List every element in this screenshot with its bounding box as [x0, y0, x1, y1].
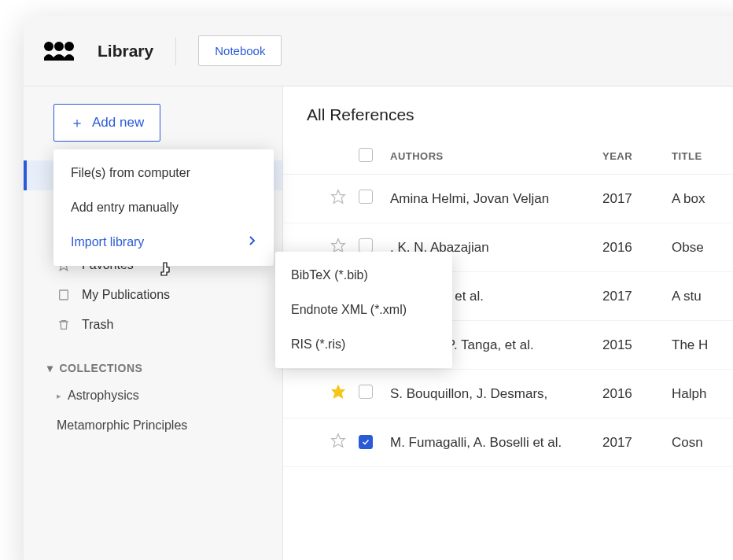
table-row[interactable]: S. Bouquillon, J. Desmars,2016Halph [283, 370, 733, 418]
app-logo-icon [42, 40, 76, 62]
library-title: Library [98, 42, 153, 61]
cell-title: Cosn [672, 435, 733, 451]
submenu-ris[interactable]: RIS (*.ris) [275, 327, 452, 362]
sidebar-item-label: My Publications [82, 288, 170, 302]
cell-year: 2016 [602, 240, 672, 256]
chevron-right-icon [249, 235, 256, 249]
collection-astrophysics[interactable]: ▸ Astrophysics [24, 381, 282, 411]
svg-marker-10 [332, 434, 345, 448]
submenu-endnote-xml[interactable]: Endnote XML (*.xml) [275, 293, 452, 327]
svg-marker-5 [332, 190, 345, 204]
svg-marker-9 [332, 385, 345, 399]
svg-point-2 [64, 42, 74, 51]
sidebar-item-label: Trash [82, 318, 113, 332]
cell-authors: S. Bouquillon, J. Desmars, [390, 386, 602, 402]
row-checkbox[interactable] [359, 385, 373, 399]
row-checkbox[interactable] [359, 190, 373, 204]
select-all-checkbox[interactable] [359, 148, 373, 162]
cell-title: A stu [672, 289, 733, 304]
cell-title: The H [672, 337, 733, 353]
cell-year: 2017 [602, 191, 672, 207]
row-checkbox[interactable] [359, 435, 373, 449]
cursor-pointer-icon [159, 261, 175, 280]
favorite-star-icon[interactable] [330, 433, 346, 448]
svg-rect-4 [60, 290, 68, 300]
favorite-star-icon[interactable] [330, 384, 346, 400]
col-authors[interactable]: AUTHORS [390, 150, 602, 162]
table-row[interactable]: Amina Helmi, Jovan Veljan2017A box [283, 175, 733, 223]
divider [175, 37, 176, 65]
sidebar-item-trash[interactable]: Trash [24, 310, 282, 340]
cell-authors: M. Fumagalli, A. Boselli et al. [390, 435, 602, 451]
table-row[interactable]: M. Fumagalli, A. Boselli et al.2017Cosn [283, 418, 733, 467]
row-checkbox[interactable] [359, 238, 373, 252]
cell-authors: Amina Helmi, Jovan Veljan [390, 191, 602, 207]
collections-header: ▾ COLLECTIONS [24, 340, 282, 381]
svg-point-0 [44, 42, 53, 51]
submenu-bibtex[interactable]: BibTeX (*.bib) [275, 258, 452, 293]
plus-icon: ＋ [70, 113, 84, 132]
dropdown-add-entry-manually[interactable]: Add entry manually [53, 190, 274, 225]
sidebar: ＋ Add new All References Recently Added … [24, 87, 283, 560]
chevron-right-icon: ▸ [57, 391, 61, 401]
table-header: AUTHORS YEAR TITLE [283, 138, 733, 175]
svg-marker-6 [332, 239, 345, 252]
favorite-star-icon[interactable] [330, 189, 346, 204]
dropdown-files-from-computer[interactable]: File(s) from computer [53, 156, 274, 190]
cell-title: Obse [672, 240, 733, 256]
cell-title: A box [672, 191, 733, 207]
cell-title: Halph [672, 386, 733, 402]
cell-year: 2015 [602, 337, 672, 353]
add-new-dropdown: File(s) from computer Add entry manually… [53, 149, 274, 266]
add-new-button[interactable]: ＋ Add new [53, 104, 160, 142]
cell-year: 2017 [602, 289, 672, 304]
import-library-submenu: BibTeX (*.bib) Endnote XML (*.xml) RIS (… [275, 252, 452, 368]
trash-icon [57, 318, 71, 332]
topbar: Library Notebook [24, 16, 733, 87]
favorite-star-icon[interactable] [330, 238, 346, 253]
col-title[interactable]: TITLE [672, 150, 733, 162]
chevron-down-icon: ▾ [47, 362, 53, 374]
add-new-label: Add new [92, 115, 144, 131]
collection-metamorphic[interactable]: Metamorphic Principles [24, 411, 282, 440]
dropdown-import-library[interactable]: Import library [53, 225, 274, 260]
col-year[interactable]: YEAR [602, 150, 672, 162]
page-title: All References [283, 87, 733, 138]
doc-icon [57, 288, 71, 302]
sidebar-item-my-publications[interactable]: My Publications [24, 280, 282, 310]
notebook-button[interactable]: Notebook [198, 35, 282, 66]
cell-year: 2017 [602, 435, 672, 451]
cell-year: 2016 [602, 386, 672, 402]
svg-point-1 [54, 42, 64, 51]
collection-label: Astrophysics [68, 389, 139, 403]
collection-label: Metamorphic Principles [57, 418, 187, 433]
